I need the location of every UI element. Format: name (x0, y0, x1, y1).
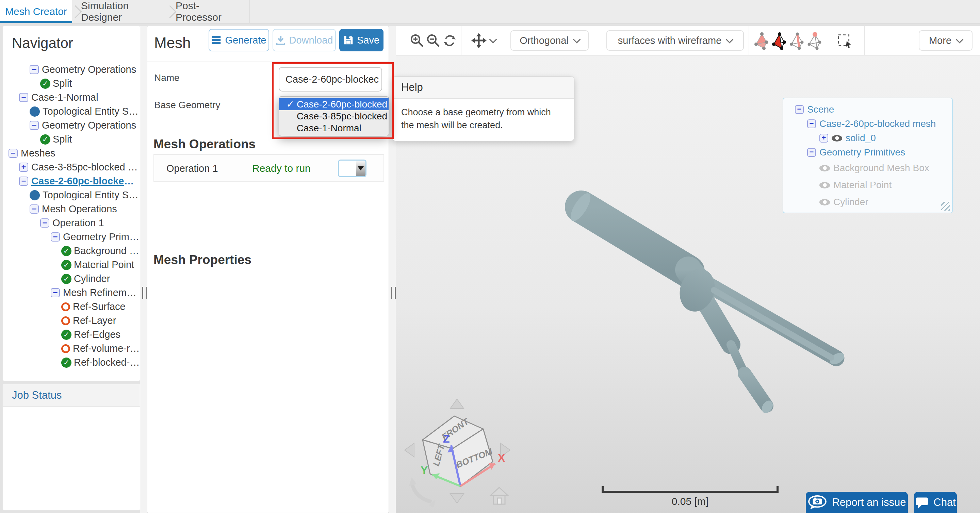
option-label: Case-1-Normal (297, 123, 361, 134)
collapse-icon[interactable]: − (795, 105, 804, 114)
toolbar-separator (461, 26, 461, 55)
chat-button[interactable]: Chat (914, 492, 957, 513)
expand-icon[interactable]: + (819, 134, 828, 143)
tree-item[interactable]: −Mesh Refinements (3, 286, 140, 300)
visibility-eye-icon[interactable] (819, 199, 830, 205)
projection-dropdown[interactable]: Orthogonal (511, 30, 589, 51)
orientation-cube[interactable]: FRONT LEFT BOTTOM Z Y X (401, 395, 517, 507)
expand-icon[interactable]: + (19, 163, 28, 172)
collapse-icon[interactable]: − (51, 232, 60, 241)
display-mode-dropdown[interactable]: surfaces with wireframe (606, 30, 744, 51)
tab-simulation-designer[interactable]: Simulation Designer (81, 0, 163, 23)
tree-item[interactable]: Ref-Surface (3, 300, 140, 314)
scene-tree-panel[interactable]: −Scene−Case-2-60pc-blocked mesh+solid_0−… (783, 98, 953, 213)
collapse-icon[interactable]: − (51, 288, 60, 297)
collapse-icon[interactable]: − (30, 121, 39, 130)
toolbar-separator (864, 26, 865, 55)
tree-item[interactable]: ✓Split (3, 76, 140, 91)
projection-label: Orthogonal (520, 35, 569, 46)
scene-tree-item[interactable]: +solid_0 (783, 131, 952, 145)
collapse-icon[interactable]: − (30, 205, 39, 214)
generate-button[interactable]: Generate (208, 29, 269, 51)
tree-item[interactable]: ✓Background Mes... (3, 244, 140, 258)
success-check-icon: ✓ (40, 79, 50, 89)
select-node-icon[interactable] (807, 32, 823, 50)
operation-row[interactable]: Operation 1 Ready to run (153, 154, 384, 182)
scene-tree-item[interactable]: −Case-2-60pc-blocked mesh (783, 117, 952, 131)
chevron-down-icon (956, 36, 964, 44)
select-volume-icon[interactable] (754, 32, 770, 50)
splitter-grip-icon[interactable] (142, 287, 147, 299)
tree-item[interactable]: +Case-3-85pc-blocked mesh (3, 160, 140, 174)
entity-set-dot-icon (30, 190, 40, 200)
collapse-icon[interactable]: − (807, 119, 816, 128)
download-label: Download (289, 35, 333, 46)
tree-item[interactable]: −Mesh Operations (3, 202, 140, 216)
download-icon (275, 35, 286, 45)
zoom-out-icon[interactable] (426, 33, 441, 48)
tree-item[interactable]: −Meshes (3, 146, 140, 160)
tree-item[interactable]: ✓Material Point (3, 258, 140, 272)
tree-item[interactable]: Ref-Layer (3, 314, 140, 327)
tree-item[interactable]: Topological Entity Sets (3, 188, 140, 202)
download-button[interactable]: Download (272, 29, 336, 51)
move-dropdown-chevron-icon[interactable] (489, 36, 497, 44)
mesh-operations-title: Mesh Operations (153, 137, 256, 151)
base-geometry-option[interactable]: ✓Case-3-85pc-blocked (279, 110, 388, 122)
tree-item[interactable]: ✓Ref-blocked-regi... (3, 356, 140, 369)
operation-action-select[interactable] (338, 160, 366, 177)
tree-item[interactable]: −Geometry Primitives (3, 230, 140, 244)
tree-item[interactable]: ✓Split (3, 132, 140, 146)
success-check-icon: ✓ (61, 274, 72, 284)
scene-tree-item[interactable]: −Geometry Primitives (783, 145, 952, 160)
tree-item[interactable]: ✓Ref-Edges (3, 327, 140, 341)
tab-mesh-creator[interactable]: Mesh Creator (0, 0, 72, 23)
select-edge-icon[interactable] (789, 32, 805, 50)
scene-tree-item[interactable]: Material Point (783, 176, 952, 194)
resize-handle-icon[interactable] (941, 202, 950, 211)
tree-item[interactable]: Ref-volume-regi... (3, 341, 140, 356)
tree-item[interactable]: −Case-1-Normal (3, 91, 140, 105)
roll-arrow-icon[interactable] (412, 483, 431, 502)
report-issue-button[interactable]: Report an issue (806, 492, 908, 513)
tree-item[interactable]: Topological Entity Sets (3, 105, 140, 118)
collapse-icon[interactable]: − (40, 218, 49, 227)
scene-tree-item[interactable]: −Scene (783, 102, 952, 117)
scene-item-label: Material Point (833, 179, 891, 191)
panel-splitter[interactable] (140, 26, 147, 513)
name-input[interactable] (279, 67, 382, 92)
visibility-eye-icon[interactable] (819, 182, 830, 189)
more-button[interactable]: More (919, 30, 972, 51)
zoom-in-icon[interactable] (409, 33, 425, 48)
tree-item[interactable]: −Operation 1 (3, 216, 140, 230)
box-select-icon[interactable] (837, 33, 853, 48)
tree-item[interactable]: −Case-2-60pc-blocked mesh (3, 174, 140, 188)
collapse-icon[interactable]: − (19, 176, 28, 186)
splitter-grip-icon[interactable] (391, 287, 396, 299)
collapse-icon[interactable]: − (8, 149, 18, 158)
save-button[interactable]: Save (339, 29, 383, 51)
scene-tree-item[interactable]: Background Mesh Box (783, 160, 952, 176)
move-icon[interactable] (471, 33, 487, 48)
dropdown-arrow-icon (358, 166, 364, 170)
collapse-icon[interactable]: − (807, 148, 816, 157)
collapse-icon[interactable]: − (30, 65, 39, 74)
tab-post-processor[interactable]: Post-Processor (176, 0, 242, 23)
scene-tree-item[interactable]: Cylinder (783, 194, 952, 211)
base-geometry-option[interactable]: ✓Case-2-60pc-blocked (279, 98, 388, 110)
visibility-eye-icon[interactable] (832, 135, 842, 141)
tree-item[interactable]: −Geometry Operations (3, 63, 140, 76)
job-status-header[interactable]: Job Status (3, 384, 140, 407)
option-label: Case-2-60pc-blocked (297, 99, 387, 110)
tree-item[interactable]: −Geometry Operations (3, 118, 140, 132)
name-field-label: Name (154, 73, 180, 83)
select-arrow-button[interactable] (356, 160, 366, 176)
visibility-eye-icon[interactable] (819, 165, 830, 172)
select-face-icon[interactable] (772, 32, 788, 50)
collapse-icon[interactable]: − (19, 93, 28, 102)
refresh-icon[interactable] (442, 33, 457, 48)
tab-bar-divider (250, 0, 250, 23)
tree-item[interactable]: ✓Cylinder (3, 272, 140, 286)
base-geometry-option[interactable]: ✓Case-1-Normal (279, 122, 388, 134)
home-icon[interactable] (491, 488, 508, 504)
